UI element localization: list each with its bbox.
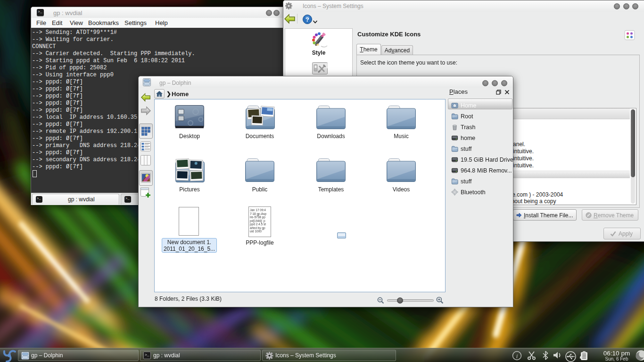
- svg-text:?: ?: [305, 16, 309, 23]
- svg-text:i: i: [516, 353, 518, 360]
